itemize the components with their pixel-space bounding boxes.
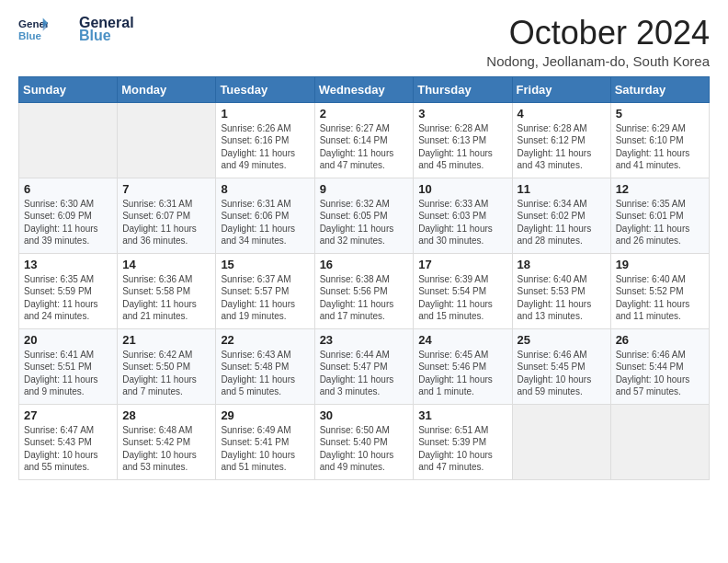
calendar-cell: 2Sunrise: 6:27 AM Sunset: 6:14 PM Daylig… [314, 102, 414, 178]
weekday-header-row: SundayMondayTuesdayWednesdayThursdayFrid… [19, 76, 710, 102]
day-info: Sunrise: 6:26 AM Sunset: 6:16 PM Dayligh… [221, 122, 309, 172]
title-block: October 2024 Nodong, Jeollanam-do, South… [486, 15, 710, 69]
location: Nodong, Jeollanam-do, South Korea [486, 53, 710, 69]
day-number: 21 [122, 333, 210, 347]
calendar-table: SundayMondayTuesdayWednesdayThursdayFrid… [18, 76, 710, 480]
calendar-cell: 13Sunrise: 6:35 AM Sunset: 5:59 PM Dayli… [19, 253, 118, 328]
calendar-cell: 8Sunrise: 6:31 AM Sunset: 6:06 PM Daylig… [216, 178, 314, 253]
weekday-header-friday: Friday [512, 76, 610, 102]
day-info: Sunrise: 6:36 AM Sunset: 5:58 PM Dayligh… [122, 273, 210, 323]
calendar-cell: 3Sunrise: 6:28 AM Sunset: 6:13 PM Daylig… [414, 102, 512, 178]
calendar-cell [610, 404, 709, 479]
weekday-header-thursday: Thursday [414, 76, 512, 102]
day-number: 5 [616, 107, 704, 121]
header: General Blue General Blue October 2024 N… [18, 15, 710, 69]
day-number: 4 [518, 107, 606, 121]
weekday-header-wednesday: Wednesday [314, 76, 414, 102]
week-row-4: 20Sunrise: 6:41 AM Sunset: 5:51 PM Dayli… [19, 328, 710, 404]
day-info: Sunrise: 6:42 AM Sunset: 5:50 PM Dayligh… [122, 349, 210, 398]
month-title: October 2024 [486, 15, 710, 52]
day-number: 29 [221, 408, 309, 422]
day-number: 22 [221, 333, 309, 347]
day-info: Sunrise: 6:41 AM Sunset: 5:51 PM Dayligh… [24, 349, 112, 398]
calendar-cell: 15Sunrise: 6:37 AM Sunset: 5:57 PM Dayli… [216, 253, 314, 328]
calendar-cell: 9Sunrise: 6:32 AM Sunset: 6:05 PM Daylig… [314, 178, 414, 253]
day-info: Sunrise: 6:48 AM Sunset: 5:42 PM Dayligh… [122, 424, 210, 474]
week-row-1: 1Sunrise: 6:26 AM Sunset: 6:16 PM Daylig… [19, 102, 710, 178]
day-info: Sunrise: 6:45 AM Sunset: 5:46 PM Dayligh… [418, 349, 506, 398]
weekday-header-monday: Monday [118, 76, 216, 102]
week-row-5: 27Sunrise: 6:47 AM Sunset: 5:43 PM Dayli… [19, 404, 710, 479]
day-info: Sunrise: 6:34 AM Sunset: 6:02 PM Dayligh… [518, 198, 606, 247]
day-number: 2 [320, 107, 409, 121]
logo: General Blue General Blue [18, 15, 134, 44]
day-number: 3 [418, 107, 506, 121]
calendar-cell: 6Sunrise: 6:30 AM Sunset: 6:09 PM Daylig… [19, 178, 118, 253]
calendar-cell: 5Sunrise: 6:29 AM Sunset: 6:10 PM Daylig… [610, 102, 709, 178]
day-info: Sunrise: 6:46 AM Sunset: 5:45 PM Dayligh… [518, 349, 606, 398]
calendar-cell: 4Sunrise: 6:28 AM Sunset: 6:12 PM Daylig… [512, 102, 610, 178]
calendar-cell: 1Sunrise: 6:26 AM Sunset: 6:16 PM Daylig… [216, 102, 314, 178]
calendar-cell: 12Sunrise: 6:35 AM Sunset: 6:01 PM Dayli… [610, 178, 709, 253]
day-info: Sunrise: 6:39 AM Sunset: 5:54 PM Dayligh… [418, 273, 506, 323]
day-number: 18 [518, 258, 606, 271]
day-info: Sunrise: 6:40 AM Sunset: 5:53 PM Dayligh… [518, 273, 606, 323]
day-number: 28 [122, 408, 210, 422]
calendar-cell: 23Sunrise: 6:44 AM Sunset: 5:47 PM Dayli… [314, 328, 414, 404]
day-number: 17 [418, 258, 506, 271]
page: General Blue General Blue October 2024 N… [0, 0, 728, 563]
day-info: Sunrise: 6:50 AM Sunset: 5:40 PM Dayligh… [320, 424, 409, 474]
day-info: Sunrise: 6:49 AM Sunset: 5:41 PM Dayligh… [221, 424, 309, 474]
day-number: 11 [518, 182, 606, 196]
day-number: 23 [320, 333, 409, 347]
day-info: Sunrise: 6:31 AM Sunset: 6:07 PM Dayligh… [122, 198, 210, 247]
week-row-2: 6Sunrise: 6:30 AM Sunset: 6:09 PM Daylig… [19, 178, 710, 253]
day-number: 1 [221, 107, 309, 121]
day-info: Sunrise: 6:30 AM Sunset: 6:09 PM Dayligh… [24, 198, 112, 247]
week-row-3: 13Sunrise: 6:35 AM Sunset: 5:59 PM Dayli… [19, 253, 710, 328]
day-info: Sunrise: 6:29 AM Sunset: 6:10 PM Dayligh… [616, 122, 704, 172]
weekday-header-sunday: Sunday [19, 76, 118, 102]
day-number: 7 [122, 182, 210, 196]
calendar-cell: 28Sunrise: 6:48 AM Sunset: 5:42 PM Dayli… [118, 404, 216, 479]
calendar-cell [512, 404, 610, 479]
day-number: 9 [320, 182, 409, 196]
day-info: Sunrise: 6:38 AM Sunset: 5:56 PM Dayligh… [320, 273, 409, 323]
day-info: Sunrise: 6:28 AM Sunset: 6:13 PM Dayligh… [418, 122, 506, 172]
day-number: 27 [24, 408, 112, 422]
calendar-cell [19, 102, 118, 178]
calendar-cell: 27Sunrise: 6:47 AM Sunset: 5:43 PM Dayli… [19, 404, 118, 479]
day-number: 12 [616, 182, 704, 196]
day-number: 13 [24, 258, 112, 271]
calendar-cell: 21Sunrise: 6:42 AM Sunset: 5:50 PM Dayli… [118, 328, 216, 404]
day-info: Sunrise: 6:32 AM Sunset: 6:05 PM Dayligh… [320, 198, 409, 247]
day-number: 30 [320, 408, 409, 422]
day-info: Sunrise: 6:51 AM Sunset: 5:39 PM Dayligh… [418, 424, 506, 474]
calendar-cell: 10Sunrise: 6:33 AM Sunset: 6:03 PM Dayli… [414, 178, 512, 253]
day-number: 10 [418, 182, 506, 196]
calendar-cell: 7Sunrise: 6:31 AM Sunset: 6:07 PM Daylig… [118, 178, 216, 253]
day-number: 25 [518, 333, 606, 347]
day-number: 6 [24, 182, 112, 196]
day-info: Sunrise: 6:35 AM Sunset: 5:59 PM Dayligh… [24, 273, 112, 323]
logo-icon: General Blue [18, 15, 48, 44]
day-info: Sunrise: 6:28 AM Sunset: 6:12 PM Dayligh… [518, 122, 606, 172]
calendar-cell: 16Sunrise: 6:38 AM Sunset: 5:56 PM Dayli… [314, 253, 414, 328]
calendar-cell: 26Sunrise: 6:46 AM Sunset: 5:44 PM Dayli… [610, 328, 709, 404]
day-number: 15 [221, 258, 309, 271]
svg-text:Blue: Blue [18, 30, 42, 41]
day-info: Sunrise: 6:35 AM Sunset: 6:01 PM Dayligh… [616, 198, 704, 247]
calendar-cell: 24Sunrise: 6:45 AM Sunset: 5:46 PM Dayli… [414, 328, 512, 404]
calendar-cell [118, 102, 216, 178]
calendar-cell: 29Sunrise: 6:49 AM Sunset: 5:41 PM Dayli… [216, 404, 314, 479]
day-number: 19 [616, 258, 704, 271]
day-number: 26 [616, 333, 704, 347]
day-number: 24 [418, 333, 506, 347]
calendar-cell: 22Sunrise: 6:43 AM Sunset: 5:48 PM Dayli… [216, 328, 314, 404]
calendar-cell: 30Sunrise: 6:50 AM Sunset: 5:40 PM Dayli… [314, 404, 414, 479]
calendar-cell: 19Sunrise: 6:40 AM Sunset: 5:52 PM Dayli… [610, 253, 709, 328]
calendar-cell: 25Sunrise: 6:46 AM Sunset: 5:45 PM Dayli… [512, 328, 610, 404]
weekday-header-saturday: Saturday [610, 76, 709, 102]
calendar-cell: 14Sunrise: 6:36 AM Sunset: 5:58 PM Dayli… [118, 253, 216, 328]
day-info: Sunrise: 6:33 AM Sunset: 6:03 PM Dayligh… [418, 198, 506, 247]
